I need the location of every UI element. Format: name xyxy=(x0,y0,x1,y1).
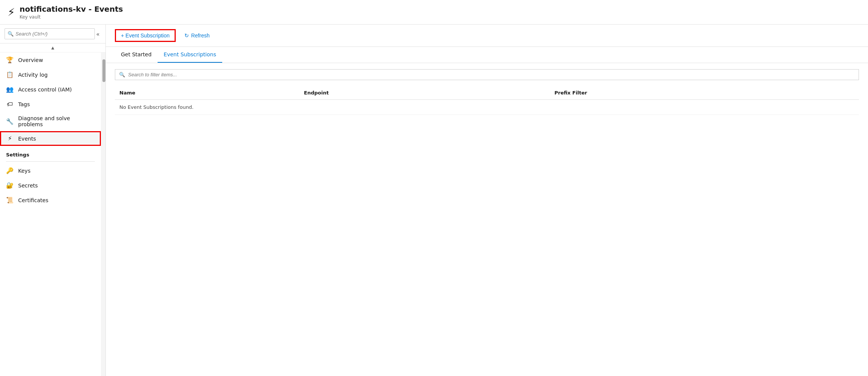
sidebar-item-tags-label: Tags xyxy=(18,101,30,107)
sidebar-collapse-button[interactable]: « xyxy=(95,29,101,39)
table-search-input[interactable] xyxy=(128,72,855,77)
sidebar-item-overview[interactable]: 🏆 Overview xyxy=(0,53,101,67)
sidebar-item-secrets[interactable]: 🔐 Secrets xyxy=(0,178,101,193)
sidebar-nav: 🏆 Overview 📋 Activity log 👥 Access contr… xyxy=(0,53,101,376)
tabs-container: Get Started Event Subscriptions xyxy=(106,47,868,63)
page-title: notifications-kv - Events xyxy=(20,5,123,14)
sidebar-search-icon: 🔍 xyxy=(8,31,14,37)
sidebar-item-keys-label: Keys xyxy=(18,168,31,174)
keys-icon: 🔑 xyxy=(6,167,14,174)
page-subtitle: Key vault xyxy=(20,14,123,20)
sidebar-scrollbar-thumb xyxy=(102,59,105,82)
overview-icon: 🏆 xyxy=(6,56,14,63)
sidebar-item-activity-log-label: Activity log xyxy=(18,72,48,78)
tab-event-subscriptions[interactable]: Event Subscriptions xyxy=(158,47,222,63)
sidebar-item-tags[interactable]: 🏷 Tags xyxy=(0,97,101,111)
table-search-container: 🔍 xyxy=(115,69,859,80)
event-subscriptions-table: Name Endpoint Prefix Filter No Event Sub… xyxy=(115,86,859,115)
sidebar-search-input[interactable] xyxy=(5,28,95,39)
access-control-icon: 👥 xyxy=(6,86,14,93)
event-subscription-button[interactable]: + Event Subscription xyxy=(115,29,176,42)
sidebar-item-certificates[interactable]: 📜 Certificates xyxy=(0,193,101,207)
col-prefix-filter: Prefix Filter xyxy=(550,86,859,100)
sidebar-item-keys[interactable]: 🔑 Keys xyxy=(0,163,101,178)
table-row-empty: No Event Subscriptions found. xyxy=(115,100,859,115)
sidebar-item-events[interactable]: ⚡ Events xyxy=(0,131,101,146)
sidebar-scroll-up: ▲ xyxy=(0,43,105,53)
table-area: 🔍 Name Endpoint Prefix Filter No Event S… xyxy=(106,63,868,376)
secrets-icon: 🔐 xyxy=(6,182,14,189)
tab-get-started[interactable]: Get Started xyxy=(115,47,158,63)
activity-log-icon: 📋 xyxy=(6,71,14,78)
sidebar-item-certificates-label: Certificates xyxy=(18,197,48,203)
page-header: ⚡ notifications-kv - Events Key vault xyxy=(0,0,868,25)
settings-divider xyxy=(6,161,95,162)
settings-section-header: Settings xyxy=(0,146,101,160)
col-endpoint: Endpoint xyxy=(299,86,550,100)
sidebar-item-access-control[interactable]: 👥 Access control (IAM) xyxy=(0,82,101,97)
sidebar-item-access-control-label: Access control (IAM) xyxy=(18,87,72,93)
empty-message: No Event Subscriptions found. xyxy=(115,100,859,115)
sidebar-item-overview-label: Overview xyxy=(18,57,43,63)
certificates-icon: 📜 xyxy=(6,197,14,204)
table-search-icon: 🔍 xyxy=(119,72,125,77)
sidebar: 🔍 « ▲ 🏆 Overview 📋 Activity log 👥 xyxy=(0,25,106,376)
col-name: Name xyxy=(115,86,299,100)
header-icon: ⚡ xyxy=(8,6,15,19)
tags-icon: 🏷 xyxy=(6,101,14,108)
refresh-button[interactable]: ↻ Refresh xyxy=(179,29,215,42)
scroll-up-button[interactable]: ▲ xyxy=(50,45,55,51)
main-content: + Event Subscription ↻ Refresh Get Start… xyxy=(106,25,868,376)
sidebar-item-diagnose-label: Diagnose and solve problems xyxy=(18,115,95,127)
sidebar-item-diagnose[interactable]: 🔧 Diagnose and solve problems xyxy=(0,111,101,131)
sidebar-item-events-label: Events xyxy=(18,136,36,142)
toolbar: + Event Subscription ↻ Refresh xyxy=(106,25,868,47)
sidebar-item-secrets-label: Secrets xyxy=(18,183,38,189)
refresh-label: Refresh xyxy=(191,32,210,39)
tab-event-subscriptions-label: Event Subscriptions xyxy=(164,51,216,57)
diagnose-icon: 🔧 xyxy=(6,118,14,125)
tab-get-started-label: Get Started xyxy=(121,51,152,57)
sidebar-item-activity-log[interactable]: 📋 Activity log xyxy=(0,67,101,82)
events-icon: ⚡ xyxy=(6,135,14,142)
sidebar-search-container: 🔍 « xyxy=(0,25,105,43)
refresh-icon: ↻ xyxy=(184,32,189,39)
